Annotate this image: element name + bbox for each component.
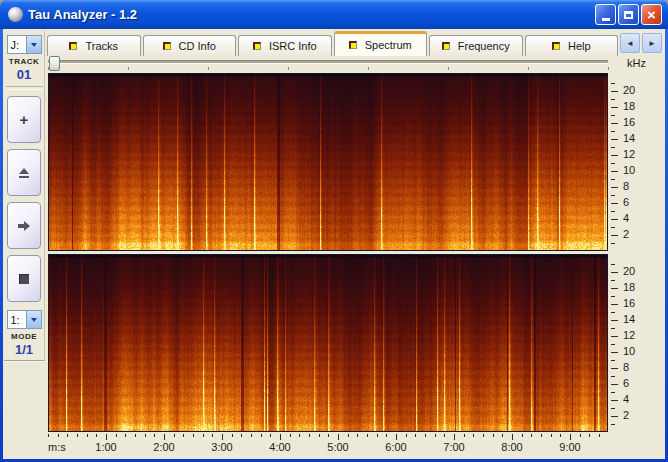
freq-tick-label: 4 [623,212,643,224]
tab-cd-info[interactable]: CD Info [143,35,237,56]
freq-tick [611,99,615,100]
minimize-button[interactable] [595,4,616,25]
time-tick [348,434,349,437]
spectrogram-right-channel [48,254,608,432]
freq-unit-label: kHz [627,57,646,69]
window-content: Tracks CD Info ISRC Info Spectrum Freque… [3,29,665,459]
time-tick-label: 2:00 [147,441,181,453]
freq-tick-label: 16 [623,297,643,309]
freq-tick [611,320,618,321]
freq-tick [611,384,618,385]
slider-tick [48,67,49,70]
time-tick-label: 9:00 [553,441,587,453]
time-tick-label: 8:00 [495,441,529,453]
tab-status-icon [349,41,357,49]
slider-tick [208,67,209,70]
freq-tick [611,171,618,172]
time-tick [589,434,590,437]
tab-scroll-left-button[interactable]: ◄ [620,33,640,53]
eject-icon [19,168,29,178]
time-tick [309,434,310,437]
slider-track[interactable] [48,60,608,64]
time-tick [435,434,436,437]
maximize-button[interactable] [618,4,639,25]
freq-tick-label: 2 [623,228,643,240]
window-title: Tau Analyzer - 1.2 [28,7,595,22]
time-tick [87,434,88,437]
tab-help[interactable]: Help [525,35,619,56]
tab-label: Frequency [458,40,510,52]
frequency-axis: kHz 20181614121086422018161412108642 [611,55,663,433]
time-tick [96,434,97,437]
tab-label: Spectrum [365,39,412,51]
time-tick [483,434,484,437]
tab-frequency[interactable]: Frequency [429,35,523,56]
time-tick [154,434,155,437]
position-slider[interactable] [48,55,610,71]
freq-tick [611,147,615,148]
freq-tick [611,203,618,204]
freq-tick [611,296,615,297]
freq-tick-label: 16 [623,116,643,128]
time-tick [357,434,358,437]
tab-isrc-info[interactable]: ISRC Info [238,35,332,56]
drive-selector[interactable]: J: [7,35,42,54]
chevron-down-icon[interactable] [26,36,41,53]
freq-tick [611,195,615,196]
maximize-icon [624,11,633,19]
eject-button[interactable] [7,149,41,196]
time-tick [386,434,387,437]
freq-tick [611,376,615,377]
freq-tick [611,312,615,313]
freq-tick [611,115,615,116]
tab-spectrum[interactable]: Spectrum [334,31,428,56]
chevron-down-icon[interactable] [26,311,41,328]
close-button[interactable]: × [641,4,662,25]
freq-tick [611,400,618,401]
time-tick-label: 7:00 [437,441,471,453]
time-tick [522,434,523,437]
freq-tick-label: 20 [623,265,643,277]
time-tick [377,434,378,437]
app-window: Tau Analyzer - 1.2 × Tracks CD Info ISRC… [0,0,668,462]
freq-tick-label: 10 [623,345,643,357]
freq-tick [611,368,618,369]
tab-label: ISRC Info [269,40,317,52]
time-tick [367,434,368,437]
freq-tick [611,288,618,289]
drive-selector-value: J: [8,39,26,51]
freq-tick-label: 14 [623,132,643,144]
time-axis: m:s 1:002:003:004:005:006:007:008:009:00 [48,434,648,456]
tab-status-icon [253,42,261,50]
time-tick [48,434,49,437]
time-tick [299,434,300,437]
time-tick [464,434,465,437]
tab-status-icon [163,42,171,50]
arrow-right-icon [18,221,30,231]
mode-selector[interactable]: 1: [7,310,42,329]
freq-tick-label: 18 [623,100,643,112]
freq-tick [611,227,615,228]
next-track-button[interactable] [7,202,41,249]
window-controls: × [595,4,662,25]
time-major-tick [164,434,165,440]
stop-button[interactable] [7,255,41,302]
time-tick [232,434,233,437]
slider-tick [528,67,529,70]
app-icon [8,7,23,22]
tab-tracks[interactable]: Tracks [47,35,141,56]
time-tick [493,434,494,437]
time-tick [203,434,204,437]
freq-tick-label: 12 [623,329,643,341]
mode-label: MODE [11,332,37,341]
tab-scroll-right-button[interactable]: ► [642,33,662,53]
titlebar[interactable]: Tau Analyzer - 1.2 × [0,0,668,29]
time-tick [541,434,542,437]
time-major-tick [338,434,339,440]
freq-tick [611,408,615,409]
freq-tick [611,179,615,180]
freq-tick [611,139,618,140]
add-track-button[interactable]: + [7,96,41,143]
sidebar: J: TRACK 01 + 1: MODE 1/1 [4,31,45,362]
arrow-left-icon: ◄ [626,39,634,48]
